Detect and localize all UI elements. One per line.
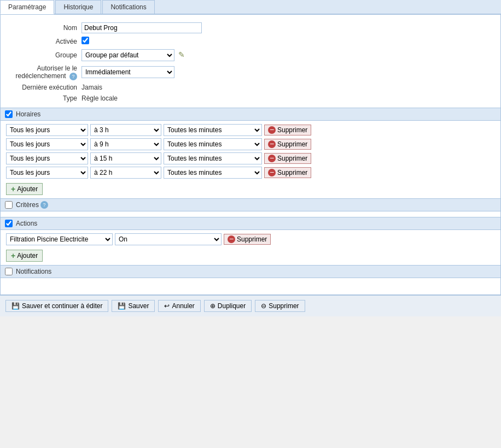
minus-icon: − [268,140,276,148]
criteres-label: Critères [16,201,39,209]
action-row: Filtration Piscine Electricite On − Supp… [6,233,495,245]
supprimer-button[interactable]: − Supprimer [264,167,311,178]
notifications-header: Notifications [1,265,500,278]
autoriser-value: Immédiatement [81,66,495,78]
activee-checkbox[interactable] [81,37,89,44]
actions-header: Actions [1,217,500,230]
duplicate-button[interactable]: ⊕ Dupliquer [204,300,252,312]
supprimer-button[interactable]: − Supprimer [264,125,311,135]
tab-notifications[interactable]: Notifications [102,0,154,14]
minus-icon: − [268,155,276,162]
form-section: Nom Activée Groupe Groupe par défaut ✎ [1,20,500,108]
horaires-label: Horaires [16,110,40,118]
groupe-label: Groupe [6,51,77,59]
tab-parametrage[interactable]: Paramétrage [0,0,54,14]
action-device-select[interactable]: Filtration Piscine Electricite [6,233,113,245]
autoriser-help-icon[interactable]: ? [69,73,77,80]
notifications-section [1,278,500,289]
autoriser-label: Autoriser le le redéclenchement ? [6,64,77,80]
plus-icon: + [11,251,15,260]
day-select[interactable]: Tous les jours [6,124,88,136]
copy-icon: ⊕ [210,302,215,310]
nom-row: Nom [6,22,495,33]
horaires-checkbox[interactable] [5,110,13,118]
day-select[interactable]: Tous les jours [6,167,88,179]
groupe-edit-icon[interactable]: ✎ [178,50,185,59]
autoriser-select[interactable]: Immédiatement [81,66,174,78]
type-label: Type [6,95,77,102]
day-select[interactable]: Tous les jours [6,138,88,150]
derniere-exec-row: Dernière exécution Jamais [6,84,495,91]
horaires-section: Tous les jours à 3 h Toutes les minutes … [1,121,500,198]
plus-icon: + [11,185,15,193]
floppy-icon: 💾 [11,302,20,310]
derniere-exec-value: Jamais [81,84,495,91]
action-supprimer-button[interactable]: − Supprimer [224,234,271,245]
derniere-exec-label: Dernière exécution [6,84,77,91]
minus-icon: − [268,126,276,134]
type-value: Règle locale [81,95,495,102]
freq-select[interactable]: Toutes les minutes [164,167,262,179]
groupe-value: Groupe par défaut ✎ [81,49,495,61]
minus-circle-icon: ⊖ [261,302,266,310]
type-text: Règle locale [81,95,118,102]
schedule-row: Tous les jours à 22 h Toutes les minutes… [6,167,495,179]
freq-select[interactable]: Toutes les minutes [164,124,262,136]
groupe-row: Groupe Groupe par défaut ✎ [6,49,495,61]
main-content: Nom Activée Groupe Groupe par défaut ✎ [0,14,501,295]
time-select[interactable]: à 22 h [90,167,161,179]
notifications-checkbox[interactable] [5,268,13,275]
horaires-header: Horaires [1,108,500,121]
actions-section: Filtration Piscine Electricite On − Supp… [1,230,500,265]
activee-label: Activée [6,38,77,45]
time-select[interactable]: à 15 h [90,152,161,164]
nom-input[interactable] [81,22,202,33]
type-row: Type Règle locale [6,95,495,102]
freq-select[interactable]: Toutes les minutes [164,138,262,150]
derniere-exec-text: Jamais [81,84,102,91]
time-select[interactable]: à 9 h [90,138,161,150]
criteres-checkbox[interactable] [5,201,13,209]
schedule-row: Tous les jours à 15 h Toutes les minutes… [6,152,495,164]
supprimer-button[interactable]: − Supprimer [264,139,311,150]
action-value-select[interactable]: On [115,233,222,245]
time-select[interactable]: à 3 h [90,124,161,136]
schedule-row: Tous les jours à 3 h Toutes les minutes … [6,124,495,136]
activee-row: Activée [6,37,495,46]
schedule-row: Tous les jours à 9 h Toutes les minutes … [6,138,495,150]
nom-label: Nom [6,24,77,32]
actions-checkbox[interactable] [5,220,13,227]
actions-ajouter-button[interactable]: + Ajouter [6,250,43,262]
delete-button[interactable]: ⊖ Supprimer [255,300,305,312]
save-button[interactable]: 💾 Sauver [112,300,155,312]
autoriser-row: Autoriser le le redéclenchement ? Immédi… [6,64,495,80]
floppy-icon: 💾 [118,302,126,310]
minus-icon: − [228,235,235,243]
notifications-label: Notifications [16,268,51,275]
save-continue-button[interactable]: 💾 Sauver et continuer à éditer [5,300,108,312]
cancel-button[interactable]: ↩ Annuler [158,300,200,312]
tab-historique[interactable]: Historique [55,0,101,14]
nom-value [81,22,495,33]
criteres-help-icon[interactable]: ? [40,201,48,209]
actions-label: Actions [16,220,37,227]
horaires-ajouter-button[interactable]: + Ajouter [6,183,43,195]
groupe-select[interactable]: Groupe par défaut [81,49,174,61]
criteres-header: Critères ? [1,198,500,211]
freq-select[interactable]: Toutes les minutes [164,152,262,164]
supprimer-button[interactable]: − Supprimer [264,153,311,164]
criteres-section [1,211,500,217]
undo-icon: ↩ [164,302,170,310]
activee-value [81,37,495,46]
footer-toolbar: 💾 Sauver et continuer à éditer 💾 Sauver … [0,295,501,316]
minus-icon: − [268,169,276,176]
tab-bar: Paramétrage Historique Notifications [0,0,501,14]
day-select[interactable]: Tous les jours [6,152,88,164]
